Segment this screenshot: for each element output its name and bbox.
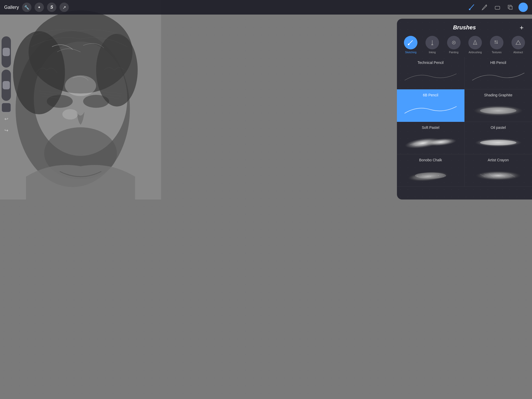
size-slider[interactable] bbox=[2, 70, 11, 101]
canvas-area: ↩ ↪ bbox=[0, 0, 266, 200]
svg-point-8 bbox=[83, 95, 109, 108]
wrench-button[interactable]: 🔧 bbox=[22, 3, 31, 12]
svg-point-10 bbox=[62, 109, 78, 119]
left-tools-panel: ↩ ↪ bbox=[0, 36, 12, 135]
svg-point-7 bbox=[47, 95, 73, 108]
portrait-sketch bbox=[0, 0, 161, 200]
opacity-slider[interactable] bbox=[2, 36, 11, 68]
gallery-button[interactable]: Gallery bbox=[4, 5, 19, 10]
toolbar-left: Gallery 🔧 ✦ S ↗ bbox=[4, 3, 69, 12]
s-tool-button[interactable]: S bbox=[47, 3, 56, 12]
arrow-button[interactable]: ↗ bbox=[59, 3, 69, 12]
wrench-icon: 🔧 bbox=[24, 5, 29, 10]
sketch-background bbox=[0, 0, 161, 200]
color-square[interactable] bbox=[2, 103, 11, 112]
opacity-slider-handle bbox=[3, 48, 10, 56]
top-toolbar: Gallery 🔧 ✦ S ↗ bbox=[0, 0, 266, 15]
undo-button[interactable]: ↩ bbox=[2, 114, 11, 124]
magic-icon: ✦ bbox=[38, 5, 41, 9]
size-slider-handle bbox=[3, 81, 10, 89]
s-icon: S bbox=[50, 5, 53, 10]
magic-button[interactable]: ✦ bbox=[35, 3, 44, 12]
svg-point-9 bbox=[65, 75, 96, 96]
redo-button[interactable]: ↪ bbox=[2, 126, 11, 135]
arrow-icon: ↗ bbox=[63, 5, 66, 10]
